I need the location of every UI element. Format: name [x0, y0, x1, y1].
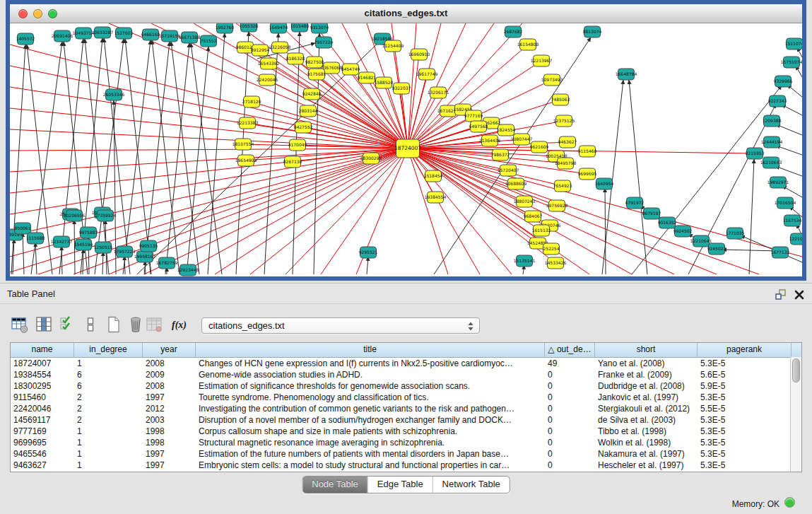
graph-node[interactable]: 1055328 — [240, 23, 259, 32]
graph-node[interactable]: 16154808 — [517, 39, 539, 50]
network-canvas[interactable]: 1405572206914061049371410653287152760264… — [10, 23, 802, 276]
table-row[interactable]: 946362711997Embryonic stem cells: a mode… — [11, 460, 801, 471]
graph-node[interactable]: 751552 — [201, 35, 217, 47]
vertical-scrollbar[interactable] — [790, 357, 801, 472]
graph-node[interactable]: 9777169 — [464, 110, 483, 122]
table-cell[interactable]: 0 — [545, 437, 595, 448]
graph-node[interactable]: 19756928 — [546, 200, 568, 211]
graph-node[interactable]: 1250515 — [94, 242, 113, 253]
table-cell[interactable]: Yano et al. (2008) — [595, 358, 698, 369]
graph-node[interactable]: 12444194 — [761, 136, 783, 148]
table-cell[interactable]: 19384554 — [11, 369, 74, 380]
table-cell[interactable]: 5.3E-5 — [698, 414, 792, 426]
column-header-out_de[interactable]: △ out_de… — [545, 343, 595, 357]
table-cell[interactable]: 9115460 — [11, 392, 74, 403]
graph-node[interactable]: 10973493 — [541, 74, 563, 86]
table-selector-dropdown[interactable]: citations_edges.txt — [201, 317, 480, 334]
graph-node[interactable]: 23226058 — [269, 42, 291, 53]
table-cell[interactable]: 0 — [545, 392, 595, 403]
graph-node[interactable]: 9329966 — [774, 76, 793, 87]
table-cell[interactable]: Wolkin et al. (1998) — [595, 437, 698, 448]
graph-node[interactable]: 19384554 — [425, 192, 447, 203]
table-cell[interactable]: 9699695 — [11, 437, 74, 448]
table-cell[interactable]: 1 — [74, 460, 143, 471]
graph-node[interactable]: 11254409 — [382, 40, 404, 52]
graph-node[interactable]: 9016352 — [658, 217, 677, 228]
table-cell[interactable]: 14569117 — [11, 414, 74, 426]
graph-node[interactable]: 16960910 — [408, 49, 430, 60]
table-cell[interactable]: 5.3E-5 — [698, 460, 792, 471]
graph-node[interactable]: 18107554 — [233, 139, 254, 150]
table-cell[interactable]: 2008 — [143, 380, 196, 392]
network-window-titlebar[interactable]: citations_edges.txt — [10, 4, 802, 23]
table-cell[interactable]: 1 — [74, 437, 143, 448]
graph-node[interactable]: 9146821 — [358, 72, 377, 83]
graph-node[interactable]: 8322037 — [392, 83, 411, 94]
graph-node[interactable]: 9699695 — [578, 168, 597, 180]
graph-node[interactable]: 19892971 — [767, 177, 789, 188]
table-row[interactable]: 2242004622012Investigating the contribut… — [11, 403, 801, 414]
show-columns-button[interactable] — [34, 315, 54, 334]
graph-node[interactable]: 8267130 — [283, 156, 302, 168]
graph-node[interactable]: 18807243 — [514, 196, 536, 207]
table-cell[interactable]: 9463627 — [11, 460, 74, 471]
table-cell[interactable]: 2008 — [143, 358, 196, 369]
graph-node[interactable]: 4170049 — [288, 139, 307, 151]
graph-node[interactable]: 9905135 — [139, 240, 158, 252]
graph-node[interactable]: 8215953 — [746, 148, 765, 159]
table-cell[interactable]: 18300295 — [11, 380, 74, 392]
table-row[interactable]: 1456911722003Disruption of a novel membe… — [11, 414, 801, 426]
graph-node[interactable]: 22420046 — [257, 74, 278, 86]
table-row[interactable]: 1830029562008Estimation of significance … — [11, 380, 801, 392]
graph-node[interactable]: 1209388 — [763, 115, 782, 127]
memory-status-indicator[interactable] — [784, 497, 795, 508]
table-cell[interactable]: 1 — [74, 426, 143, 437]
table-cell[interactable]: 5.3E-5 — [698, 392, 792, 403]
unselect-all-button[interactable] — [81, 315, 100, 334]
delete-column-button[interactable] — [126, 315, 146, 334]
graph-node[interactable]: 9242848 — [302, 88, 322, 100]
table-row[interactable]: 946554611997Estimation of the future num… — [11, 448, 801, 460]
graph-node[interactable]: 2803144 — [299, 105, 318, 117]
graph-node[interactable]: 2718120 — [242, 96, 261, 107]
table-cell[interactable]: 1 — [74, 358, 143, 369]
graph-node[interactable]: 252254 — [543, 243, 560, 255]
graph-node[interactable]: 7485063 — [551, 94, 570, 105]
graph-node[interactable]: 19654903 — [235, 155, 257, 166]
table-row[interactable]: 911546021997Tourette syndrome. Phenomeno… — [11, 392, 801, 403]
table-cell[interactable]: 9777169 — [11, 426, 74, 437]
graph-node[interactable]: 8912954 — [251, 45, 270, 56]
table-cell[interactable]: Nakamura et al. (1997) — [595, 448, 698, 460]
graph-node[interactable]: 9227343 — [768, 95, 787, 107]
scrollbar-thumb[interactable] — [792, 358, 800, 382]
select-all-button[interactable] — [58, 315, 78, 334]
graph-node[interactable]: 18495798 — [555, 158, 577, 169]
graph-node[interactable]: 9295521 — [359, 247, 378, 258]
graph-node[interactable]: 12342737 — [51, 236, 73, 247]
graph-node[interactable]: 10653287 — [92, 27, 114, 38]
table-cell[interactable]: Disruption of a novel member of a sodium… — [196, 414, 545, 426]
graph-node[interactable]: 17359924 — [95, 210, 117, 221]
graph-node[interactable]: 10688609 — [505, 178, 527, 189]
graph-node[interactable]: 8427552 — [294, 122, 313, 133]
table-cell[interactable]: 2 — [74, 403, 143, 414]
table-cell[interactable]: 1998 — [143, 437, 196, 448]
table-cell[interactable]: de Silva et al. (2003) — [595, 414, 698, 426]
table-mode-button[interactable] — [10, 315, 30, 334]
graph-node[interactable]: 9313074 — [310, 23, 329, 33]
graph-node[interactable]: 7986372 — [491, 149, 510, 160]
graph-node[interactable]: 9975887 — [79, 227, 98, 238]
float-panel-icon[interactable] — [774, 288, 787, 300]
table-cell[interactable]: 18724007 — [11, 358, 74, 369]
column-header-short[interactable]: short — [595, 343, 698, 357]
table-cell[interactable]: Corpus callosum shape and size in male p… — [196, 426, 545, 437]
table-cell[interactable]: Embryonic stem cells: a model to study s… — [196, 460, 545, 471]
graph-node[interactable]: 13206171 — [428, 87, 449, 98]
table-cell[interactable]: 1997 — [143, 448, 196, 460]
table-cell[interactable]: 2012 — [143, 403, 196, 414]
graph-node[interactable]: 6466160 — [141, 29, 160, 40]
table-cell[interactable]: 0 — [545, 369, 595, 380]
graph-node[interactable]: 20691406 — [52, 30, 73, 42]
graph-node[interactable]: 17957223 — [114, 246, 136, 257]
graph-node[interactable]: 6791972 — [625, 197, 645, 209]
